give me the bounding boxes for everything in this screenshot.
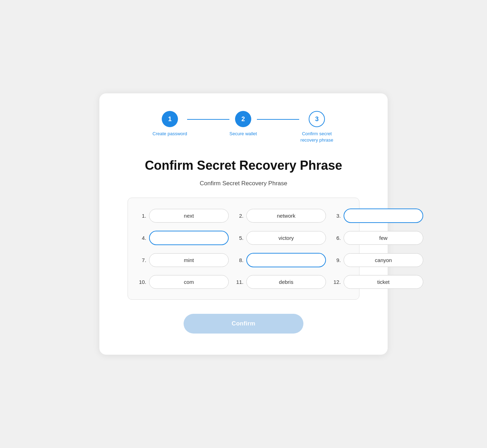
phrase-number-10: 10. <box>138 279 146 285</box>
phrase-item-1: 1. <box>138 209 229 223</box>
phrase-item-2: 2. <box>236 209 326 223</box>
stepper: 1 Create password 2 Secure wallet 3 Conf… <box>128 111 359 143</box>
phrase-item-10: 10. <box>138 275 229 289</box>
step-3-label: Confirm secret recovery phrase <box>299 131 334 143</box>
phrase-item-9: 9. <box>333 253 423 267</box>
sub-title: Confirm Secret Recovery Phrase <box>128 180 359 187</box>
phrase-input-3[interactable] <box>344 209 423 223</box>
phrase-item-5: 5. <box>236 231 326 245</box>
step-connector-1 <box>187 119 229 120</box>
step-1-number: 1 <box>168 116 172 123</box>
step-2-label: Secure wallet <box>229 131 257 137</box>
phrase-number-3: 3. <box>333 213 341 219</box>
phrase-number-9: 9. <box>333 257 341 263</box>
step-3-number: 3 <box>315 116 319 123</box>
step-1: 1 Create password <box>153 111 187 137</box>
phrase-item-7: 7. <box>138 253 229 267</box>
phrase-item-6: 6. <box>333 231 423 245</box>
phrase-number-4: 4. <box>138 235 146 241</box>
phrase-input-9[interactable] <box>344 253 423 267</box>
phrase-item-4: 4. <box>138 231 229 245</box>
step-3: 3 Confirm secret recovery phrase <box>299 111 334 143</box>
step-connector-2 <box>257 119 299 120</box>
confirm-button[interactable]: Confirm <box>184 314 303 334</box>
phrase-grid: 1.2.3.4.5.6.7.8.9.10.11.12. <box>138 209 349 289</box>
phrase-number-7: 7. <box>138 257 146 263</box>
phrase-number-1: 1. <box>138 213 146 219</box>
phrase-number-2: 2. <box>236 213 243 219</box>
phrase-item-12: 12. <box>333 275 423 289</box>
step-1-circle: 1 <box>162 111 178 127</box>
phrase-number-8: 8. <box>236 257 243 263</box>
phrase-input-2[interactable] <box>246 209 326 223</box>
phrase-input-5[interactable] <box>246 231 326 245</box>
phrase-input-4[interactable] <box>149 231 229 245</box>
phrase-number-5: 5. <box>236 235 243 241</box>
step-1-label: Create password <box>153 131 187 137</box>
phrase-input-12[interactable] <box>344 275 423 289</box>
phrase-item-8: 8. <box>236 253 326 267</box>
phrase-input-1[interactable] <box>149 209 229 223</box>
phrase-input-6[interactable] <box>344 231 423 245</box>
step-3-circle: 3 <box>309 111 325 127</box>
phrase-number-12: 12. <box>333 279 341 285</box>
step-2: 2 Secure wallet <box>229 111 257 137</box>
phrase-item-3: 3. <box>333 209 423 223</box>
page-title: Confirm Secret Recovery Phrase <box>128 158 359 173</box>
phrase-grid-container: 1.2.3.4.5.6.7.8.9.10.11.12. <box>128 198 359 300</box>
step-2-circle: 2 <box>235 111 251 127</box>
phrase-item-11: 11. <box>236 275 326 289</box>
phrase-number-11: 11. <box>236 279 243 285</box>
step-2-number: 2 <box>241 116 245 123</box>
phrase-input-8[interactable] <box>246 253 326 267</box>
phrase-input-10[interactable] <box>149 275 229 289</box>
phrase-input-7[interactable] <box>149 253 229 267</box>
phrase-input-11[interactable] <box>246 275 326 289</box>
phrase-number-6: 6. <box>333 235 341 241</box>
main-card: 1 Create password 2 Secure wallet 3 Conf… <box>99 93 388 355</box>
